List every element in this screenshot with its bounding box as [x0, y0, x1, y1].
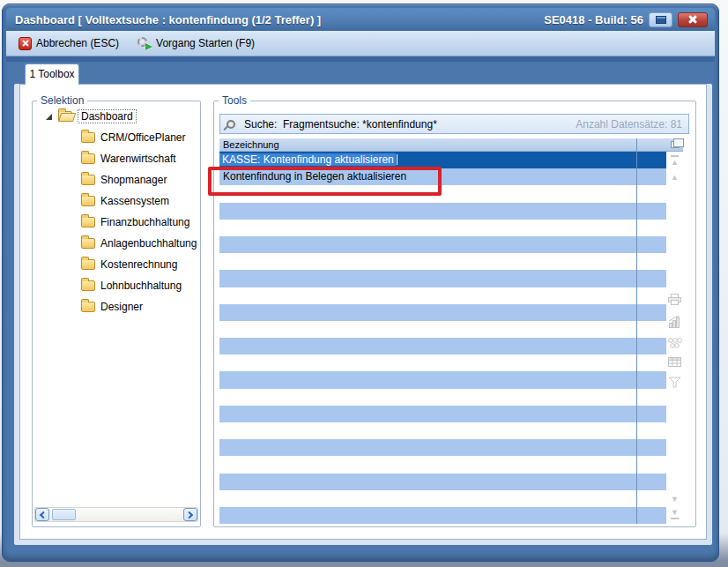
- scroll-up-button[interactable]: ▲: [666, 173, 683, 182]
- selection-group-legend: Selektion: [37, 94, 87, 107]
- tree-item-label: Shopmanager: [100, 174, 167, 186]
- empty-row: [219, 371, 666, 388]
- record-count: Anzahl Datensätze: 81: [576, 118, 682, 131]
- chevron-right-icon: [186, 511, 193, 518]
- start-process-label: Vorgang Starten (F9): [156, 37, 255, 49]
- tree-item[interactable]: Lohnbuchhaltung: [33, 275, 197, 296]
- empty-row: [219, 287, 666, 304]
- tree-item[interactable]: Shopmanager: [33, 169, 197, 190]
- tree-item[interactable]: Finanzbuchhaltung: [33, 212, 197, 233]
- empty-row: [219, 507, 666, 524]
- search-icon: [227, 120, 235, 129]
- tab-toolbox[interactable]: 1 Toolbox: [25, 63, 79, 85]
- table-rows: KASSE: Kontenfindung aktualisieren Konte…: [219, 152, 666, 525]
- search-query-text: Suche: Fragmentsuche: *kontenfindung*: [244, 118, 437, 131]
- tree-item[interactable]: CRM/OfficePlaner: [33, 127, 197, 148]
- empty-row: [219, 354, 666, 371]
- empty-row: [219, 270, 666, 287]
- tree-item-label: Warenwirtschaft: [100, 153, 176, 165]
- tree-item-dashboard[interactable]: Dashboard: [33, 106, 197, 127]
- empty-row: [219, 236, 666, 253]
- toolbar: Abbrechen (ESC) Vorgang Starten (F9): [6, 31, 715, 56]
- tree-item-label: Designer: [100, 301, 143, 313]
- column-header-bezeichnung[interactable]: Bezeichnung: [219, 138, 666, 152]
- tools-group-legend: Tools: [219, 94, 250, 107]
- scrollbar-thumb[interactable]: [52, 509, 76, 520]
- printer-icon: [668, 294, 681, 306]
- empty-row: [219, 406, 666, 422]
- empty-row: [219, 456, 666, 473]
- filter-button[interactable]: [666, 377, 683, 388]
- start-process-button[interactable]: Vorgang Starten (F9): [137, 36, 255, 50]
- scroll-right-button[interactable]: [183, 508, 197, 521]
- grid-icon: [668, 357, 681, 368]
- tree-item-label: Kassensystem: [100, 195, 169, 207]
- row-label: KASSE: Kontenfindung aktualisieren: [219, 153, 396, 166]
- close-button[interactable]: [678, 12, 708, 27]
- scroll-to-bottom-button[interactable]: ▼: [666, 508, 683, 519]
- cancel-icon: [19, 37, 32, 50]
- tree-item-label: Kostenrechnung: [100, 258, 177, 271]
- folder-icon: [81, 280, 95, 291]
- tree-item[interactable]: Warenwirtschaft: [33, 148, 197, 169]
- gear-play-icon: [137, 36, 152, 50]
- tree-item[interactable]: Kassensystem: [33, 190, 197, 212]
- chart-button[interactable]: [666, 316, 683, 328]
- empty-row: [219, 389, 666, 406]
- scroll-to-top-button[interactable]: ▲: [666, 155, 683, 167]
- table-row[interactable]: Kontenfindung in Belegen aktualisieren: [219, 168, 666, 185]
- window-title: Dashboard [ Volltextsuche : kontenfindun…: [15, 13, 321, 26]
- empty-row: [219, 203, 666, 220]
- funnel-icon: [668, 377, 681, 388]
- folder-icon: [81, 259, 95, 270]
- empty-row: [219, 321, 666, 338]
- empty-row: [219, 439, 666, 456]
- build-info: SE0418 - Build: 56: [544, 13, 643, 26]
- text-caret: [397, 154, 397, 165]
- restore-button[interactable]: [649, 12, 672, 27]
- expander-icon[interactable]: [46, 114, 52, 120]
- tree-item-label: CRM/OfficePlaner: [100, 131, 185, 144]
- horizontal-scrollbar[interactable]: [34, 507, 198, 522]
- pivot-button[interactable]: [666, 337, 683, 349]
- tree-item-label: Anlagenbuchhaltung: [100, 237, 197, 250]
- folder-icon: [81, 175, 95, 185]
- selection-tree: Dashboard CRM/OfficePlaner Warenwirtscha…: [33, 106, 197, 503]
- screen: Dashboard [ Volltextsuche : kontenfindun…: [0, 0, 728, 567]
- print-button[interactable]: [666, 294, 683, 306]
- folder-icon: [81, 217, 95, 228]
- empty-row: [219, 253, 666, 270]
- empty-row: [219, 490, 666, 507]
- column-chooser-button[interactable]: [666, 138, 683, 152]
- folder-icon: [81, 132, 95, 143]
- empty-row: [219, 185, 666, 202]
- title-bar: Dashboard [ Volltextsuche : kontenfindun…: [6, 8, 715, 31]
- scroll-left-button[interactable]: [35, 508, 49, 521]
- cancel-button[interactable]: Abbrechen (ESC): [19, 37, 119, 50]
- title-right-group: SE0418 - Build: 56: [544, 12, 708, 27]
- close-icon: [688, 15, 697, 24]
- folder-icon: [81, 196, 95, 206]
- column-separator[interactable]: [636, 138, 637, 524]
- grid-side-toolbar: ▲ ▲: [666, 138, 683, 524]
- circles-icon: [668, 337, 682, 349]
- columns-icon: [671, 141, 680, 148]
- chevron-left-icon: [40, 511, 47, 518]
- grid-view-button[interactable]: [666, 357, 683, 368]
- empty-row: [219, 474, 666, 490]
- folder-icon: [81, 238, 95, 249]
- cancel-label: Abbrechen (ESC): [36, 37, 119, 49]
- empty-row: [219, 220, 666, 236]
- open-folder-icon: [58, 111, 72, 122]
- folder-icon: [81, 302, 95, 312]
- tree-item[interactable]: Anlagenbuchhaltung: [33, 233, 197, 254]
- search-bar[interactable]: Suche: Fragmentsuche: *kontenfindung* An…: [219, 114, 689, 134]
- restore-icon: [656, 16, 666, 24]
- tree-children: CRM/OfficePlaner Warenwirtschaft Shopman…: [33, 127, 197, 317]
- tree-item[interactable]: Designer: [33, 296, 197, 317]
- table-row[interactable]: KASSE: Kontenfindung aktualisieren: [219, 152, 666, 168]
- empty-row: [219, 422, 666, 439]
- empty-row: [219, 338, 666, 354]
- tree-item[interactable]: Kostenrechnung: [33, 254, 197, 275]
- scroll-down-button[interactable]: ▼: [666, 495, 683, 504]
